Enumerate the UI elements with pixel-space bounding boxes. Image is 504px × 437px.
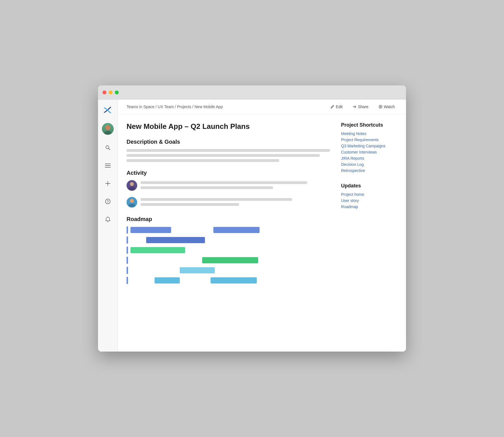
help-icon[interactable]: ? bbox=[103, 196, 113, 206]
svg-point-11 bbox=[380, 106, 381, 107]
page-title: New Mobile App – Q2 Launch Plans bbox=[127, 122, 330, 131]
gantt-bar-6b bbox=[211, 277, 257, 283]
svg-point-10 bbox=[379, 105, 382, 108]
top-bar: Teams in Space / UX Team / Projects / Ne… bbox=[118, 99, 406, 114]
traffic-lights bbox=[102, 90, 119, 94]
gantt-chart bbox=[127, 226, 330, 284]
update-project-home[interactable]: Project home bbox=[341, 192, 397, 197]
gantt-row-5 bbox=[127, 267, 330, 274]
search-icon[interactable] bbox=[103, 143, 113, 153]
right-sidebar: Project Shortcuts Meeting Notes Project … bbox=[341, 122, 397, 287]
activity-line-1a bbox=[141, 181, 307, 184]
svg-text:?: ? bbox=[107, 200, 109, 204]
gantt-bar-4 bbox=[202, 257, 258, 263]
activity-lines-2 bbox=[141, 197, 330, 208]
main-content: Teams in Space / UX Team / Projects / Ne… bbox=[118, 99, 406, 352]
minimize-button[interactable] bbox=[109, 90, 113, 94]
updates-title: Updates bbox=[341, 183, 397, 189]
shortcut-customer-interviews[interactable]: Customer Interviews bbox=[341, 150, 397, 154]
share-button[interactable]: Share bbox=[350, 103, 370, 110]
text-line-2 bbox=[127, 154, 320, 157]
edit-button[interactable]: Edit bbox=[328, 103, 345, 110]
activity-item-2 bbox=[127, 197, 330, 208]
shortcut-q3-marketing[interactable]: Q3 Marketing Campaigns bbox=[341, 144, 397, 148]
gantt-marker-3 bbox=[127, 247, 128, 254]
svg-line-1 bbox=[109, 148, 110, 150]
gantt-bar-1a bbox=[130, 227, 171, 233]
gantt-bar-2 bbox=[146, 237, 205, 243]
activity-line-2b bbox=[141, 203, 239, 206]
roadmap-section-title: Roadmap bbox=[127, 216, 330, 222]
main-column: New Mobile App – Q2 Launch Plans Descrip… bbox=[127, 122, 330, 287]
breadcrumb: Teams in Space / UX Team / Projects / Ne… bbox=[127, 104, 223, 109]
app-window: ? Teams in Space / UX Team / Projects / … bbox=[98, 85, 406, 352]
gantt-marker-1 bbox=[127, 226, 128, 234]
maximize-button[interactable] bbox=[115, 90, 119, 94]
share-icon bbox=[353, 105, 356, 109]
update-roadmap[interactable]: Roadmap bbox=[341, 204, 397, 209]
activity-line-1b bbox=[141, 186, 273, 189]
text-line-1 bbox=[127, 149, 330, 152]
gantt-bar-5 bbox=[180, 267, 215, 273]
activity-lines-1 bbox=[141, 180, 330, 191]
gantt-marker-4 bbox=[127, 257, 128, 264]
shortcut-meeting-notes[interactable]: Meeting Notes bbox=[341, 131, 397, 136]
watch-icon bbox=[379, 105, 382, 109]
activity-line-2a bbox=[141, 198, 292, 201]
text-line-3 bbox=[127, 159, 279, 162]
shortcut-decision-log[interactable]: Decision Log bbox=[341, 162, 397, 167]
gantt-row-2 bbox=[127, 236, 330, 244]
gantt-marker-2 bbox=[127, 236, 128, 244]
close-button[interactable] bbox=[102, 90, 106, 94]
svg-point-0 bbox=[106, 146, 109, 149]
activity-item-1 bbox=[127, 180, 330, 191]
description-content bbox=[127, 149, 330, 162]
gantt-row-6 bbox=[127, 277, 330, 284]
confluence-logo-icon[interactable] bbox=[103, 105, 113, 115]
shortcut-jira-reports[interactable]: JIRA Reports bbox=[341, 156, 397, 161]
shortcuts-title: Project Shortcuts bbox=[341, 122, 397, 128]
title-bar bbox=[98, 85, 406, 99]
top-actions: Edit Share Watch bbox=[328, 103, 397, 110]
gantt-bar-3 bbox=[130, 247, 185, 253]
activity-avatar-1 bbox=[127, 180, 137, 191]
shortcut-retrospective[interactable]: Retrospective bbox=[341, 168, 397, 173]
updates-section: Updates Project home User story Roadmap bbox=[341, 183, 397, 209]
left-sidebar: ? bbox=[98, 99, 118, 352]
gantt-marker-6 bbox=[127, 277, 128, 284]
updates-links: Project home User story Roadmap bbox=[341, 192, 397, 209]
gantt-bar-1b bbox=[213, 227, 260, 233]
description-section-title: Description & Goals bbox=[127, 139, 330, 145]
edit-icon bbox=[330, 105, 334, 109]
shortcuts-links: Meeting Notes Project Requirements Q3 Ma… bbox=[341, 131, 397, 173]
gantt-bar-6a bbox=[155, 277, 180, 283]
roadmap-section: Roadmap bbox=[127, 216, 330, 284]
activity-section: Activity bbox=[127, 170, 330, 208]
watch-button[interactable]: Watch bbox=[376, 103, 397, 110]
avatar-image bbox=[102, 123, 114, 135]
gantt-row-4 bbox=[127, 257, 330, 264]
gantt-marker-5 bbox=[127, 267, 128, 274]
update-user-story[interactable]: User story bbox=[341, 198, 397, 203]
add-icon[interactable] bbox=[103, 178, 113, 189]
app-body: ? Teams in Space / UX Team / Projects / … bbox=[98, 99, 406, 352]
content-area: New Mobile App – Q2 Launch Plans Descrip… bbox=[118, 114, 406, 295]
activity-section-title: Activity bbox=[127, 170, 330, 176]
notifications-icon[interactable] bbox=[103, 214, 113, 224]
gantt-row-3 bbox=[127, 247, 330, 254]
gantt-row-1 bbox=[127, 226, 330, 234]
activity-avatar-2 bbox=[127, 197, 137, 208]
menu-icon[interactable] bbox=[103, 161, 113, 171]
user-avatar[interactable] bbox=[102, 123, 114, 135]
shortcut-project-requirements[interactable]: Project Requirements bbox=[341, 138, 397, 142]
